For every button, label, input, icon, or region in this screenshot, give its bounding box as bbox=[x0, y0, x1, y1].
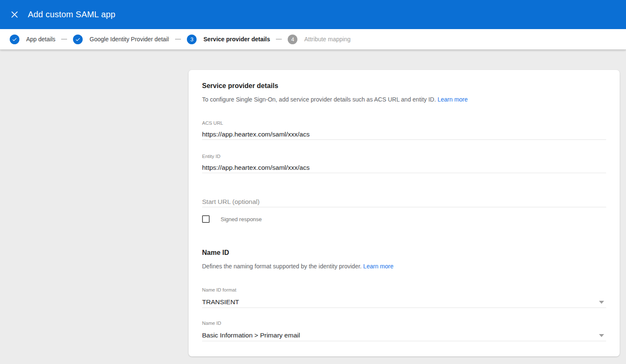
name-id-label: Name ID bbox=[202, 321, 606, 326]
name-id-format-group: Name ID format TRANSIENT bbox=[202, 287, 606, 308]
section-title-name-id: Name ID bbox=[202, 249, 606, 257]
signed-response-checkbox[interactable] bbox=[202, 215, 210, 223]
close-icon bbox=[11, 11, 19, 19]
name-id-value: Basic Information > Primary email bbox=[202, 332, 300, 339]
step-number-badge: 4 bbox=[288, 35, 297, 44]
step-app-details[interactable]: App details bbox=[10, 35, 55, 44]
step-service-provider-details[interactable]: 3 Service provider details bbox=[187, 35, 270, 44]
entity-id-field-group: Entity ID bbox=[202, 154, 606, 173]
name-id-format-value: TRANSIENT bbox=[202, 298, 239, 305]
step-label: Service provider details bbox=[203, 36, 270, 43]
name-id-select[interactable]: Basic Information > Primary email bbox=[202, 331, 606, 341]
section-description: To configure Single Sign-On, add service… bbox=[202, 96, 606, 103]
step-complete-check-icon bbox=[73, 35, 83, 44]
acs-url-label: ACS URL bbox=[202, 120, 606, 126]
name-id-format-label: Name ID format bbox=[202, 287, 606, 293]
step-label: Attribute mapping bbox=[304, 36, 351, 43]
step-number-badge: 3 bbox=[187, 35, 197, 44]
close-button[interactable] bbox=[6, 6, 23, 23]
name-id-format-select[interactable]: TRANSIENT bbox=[202, 298, 606, 308]
dialog-title: Add custom SAML app bbox=[28, 10, 116, 19]
signed-response-label: Signed response bbox=[221, 216, 262, 222]
section-title-service-provider: Service provider details bbox=[202, 82, 606, 90]
acs-url-field-group: ACS URL bbox=[202, 120, 606, 140]
section-description-text: To configure Single Sign-On, add service… bbox=[202, 96, 436, 103]
signed-response-row[interactable]: Signed response bbox=[202, 215, 606, 223]
step-google-idp-details[interactable]: Google Identity Provider details bbox=[73, 35, 169, 44]
step-separator bbox=[175, 39, 181, 40]
content-area: Service provider details To configure Si… bbox=[0, 50, 626, 364]
start-url-input[interactable] bbox=[202, 198, 606, 207]
step-complete-check-icon bbox=[10, 35, 19, 44]
learn-more-link[interactable]: Learn more bbox=[363, 263, 394, 270]
chevron-down-icon bbox=[599, 301, 604, 304]
step-label: Google Identity Provider details bbox=[89, 36, 169, 43]
name-id-group: Name ID Basic Information > Primary emai… bbox=[202, 321, 606, 341]
acs-url-input[interactable] bbox=[202, 130, 606, 140]
step-label: App details bbox=[26, 36, 55, 43]
section-description-text: Defines the naming format supported by t… bbox=[202, 263, 362, 270]
section-description: Defines the naming format supported by t… bbox=[202, 263, 606, 270]
step-attribute-mapping[interactable]: 4 Attribute mapping bbox=[288, 35, 351, 44]
service-provider-card: Service provider details To configure Si… bbox=[189, 70, 620, 356]
app-bar: Add custom SAML app bbox=[0, 0, 626, 29]
entity-id-label: Entity ID bbox=[202, 154, 606, 159]
start-url-field-group bbox=[202, 198, 606, 207]
chevron-down-icon bbox=[599, 334, 604, 337]
step-separator bbox=[276, 39, 282, 40]
learn-more-link[interactable]: Learn more bbox=[437, 96, 468, 103]
stepper: App details Google Identity Provider det… bbox=[0, 29, 626, 50]
step-separator bbox=[61, 39, 67, 40]
entity-id-input[interactable] bbox=[202, 163, 606, 173]
